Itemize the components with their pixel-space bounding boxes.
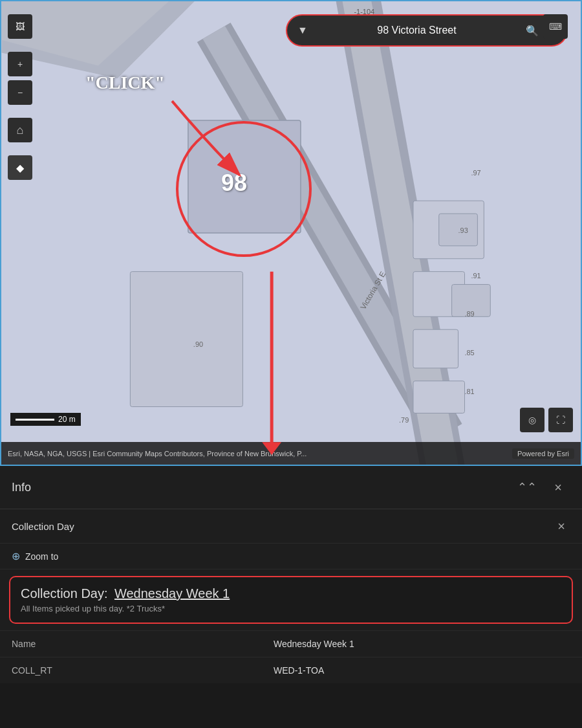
info-close-button[interactable]: × xyxy=(546,475,570,500)
svg-rect-14 xyxy=(413,329,458,368)
compass-icon: ◆ xyxy=(16,162,24,174)
home-icon: ⌂ xyxy=(17,124,24,137)
info-header-controls: ⌃⌃ × xyxy=(515,475,570,500)
info-panel-title: Info xyxy=(12,481,31,494)
svg-rect-15 xyxy=(413,381,465,414)
result-value: Wednesday Week 1 xyxy=(114,586,230,601)
zoom-in-button[interactable]: + xyxy=(8,52,32,76)
building-98-label[interactable]: 98 xyxy=(221,170,247,197)
compass-button[interactable]: ◆ xyxy=(8,155,32,180)
info-panel: Info ⌃⌃ × Collection Day × ⊕ Zoom to Col… xyxy=(0,466,582,683)
result-prefix: Collection Day: xyxy=(21,586,108,601)
table-row: Name Wednesday Week 1 xyxy=(0,631,582,657)
dropdown-arrow-icon: ▼ xyxy=(297,25,308,36)
locate-icon: ◎ xyxy=(528,415,536,425)
zoom-to-label: Zoom to xyxy=(25,551,58,562)
svg-text:.81: .81 xyxy=(465,388,475,395)
left-toolbar: 🖼 + − ⌂ ◆ xyxy=(8,14,32,180)
table-cell-name-value: Wednesday Week 1 xyxy=(262,631,582,657)
collection-day-row: Collection Day × xyxy=(0,509,582,544)
attribution-text: Esri, NASA, NGA, USGS | Esri Community M… xyxy=(8,450,307,458)
table-cell-name-label: Name xyxy=(0,631,262,657)
zoom-to-icon: ⊕ xyxy=(12,550,20,562)
map-bottom-controls: ◎ ⛶ xyxy=(520,408,573,432)
plus-icon: + xyxy=(17,59,23,69)
scale-bar: 20 m xyxy=(10,413,81,426)
svg-text:.93: .93 xyxy=(458,226,468,234)
info-collapse-button[interactable]: ⌃⌃ xyxy=(515,475,539,500)
keyboard-icon: ⌨ xyxy=(549,21,562,32)
search-input[interactable] xyxy=(316,25,518,36)
info-table: Name Wednesday Week 1 COLL_RT WED-1-TOA xyxy=(0,630,582,683)
click-annotation: "CLICK" xyxy=(85,72,165,93)
collection-day-title: Collection Day xyxy=(12,521,74,532)
expand-icon: ⛶ xyxy=(556,415,565,425)
result-card: Collection Day: Wednesday Week 1 All Ite… xyxy=(9,576,573,624)
image-tool-button[interactable]: 🖼 xyxy=(8,14,32,39)
table-cell-collrt-value: WED-1-TOA xyxy=(262,657,582,684)
scale-label: 20 m xyxy=(58,415,76,424)
powered-by-label: Powered by Esri xyxy=(512,448,574,459)
svg-text:.97: .97 xyxy=(471,169,480,177)
keyboard-button[interactable]: ⌨ xyxy=(543,14,568,39)
result-subtitle: All Items picked up this day. *2 Trucks* xyxy=(21,604,561,613)
info-header: Info ⌃⌃ × xyxy=(0,466,582,509)
result-day-row: Collection Day: Wednesday Week 1 xyxy=(21,586,561,601)
zoom-to-row[interactable]: ⊕ Zoom to xyxy=(0,544,582,569)
svg-text:.85: .85 xyxy=(465,349,475,357)
map-attribution: Esri, NASA, NGA, USGS | Esri Community M… xyxy=(1,442,581,465)
svg-text:.79: .79 xyxy=(399,416,409,424)
minus-icon: − xyxy=(17,87,23,98)
svg-text:.89: .89 xyxy=(465,310,475,318)
expand-button[interactable]: ⛶ xyxy=(548,408,573,432)
search-icon: 🔍 xyxy=(526,25,539,36)
search-button[interactable]: 🔍 xyxy=(522,22,543,39)
svg-text:.90: .90 xyxy=(193,340,203,348)
map-container[interactable]: -1-104 .102 .97 .93 .91 .89 .85 .81 .79 … xyxy=(0,0,582,466)
image-icon: 🖼 xyxy=(16,21,25,32)
svg-text:.91: .91 xyxy=(471,272,480,280)
scale-line xyxy=(16,419,54,421)
home-button[interactable]: ⌂ xyxy=(8,118,32,142)
search-bar: ▼ 🔍 » xyxy=(286,14,568,47)
zoom-out-button[interactable]: − xyxy=(8,80,32,105)
svg-rect-9 xyxy=(130,272,242,407)
collection-day-close-button[interactable]: × xyxy=(552,517,570,535)
table-row: COLL_RT WED-1-TOA xyxy=(0,657,582,684)
locate-button[interactable]: ◎ xyxy=(520,408,544,432)
table-cell-collrt-label: COLL_RT xyxy=(0,657,262,684)
search-dropdown-button[interactable]: ▼ xyxy=(294,22,312,39)
